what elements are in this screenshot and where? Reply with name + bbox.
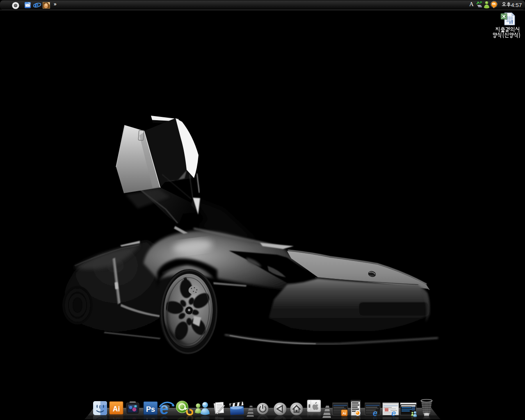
svg-text:4:57: 4:57 — [511, 2, 522, 8]
svg-text:e: e — [35, 1, 39, 9]
